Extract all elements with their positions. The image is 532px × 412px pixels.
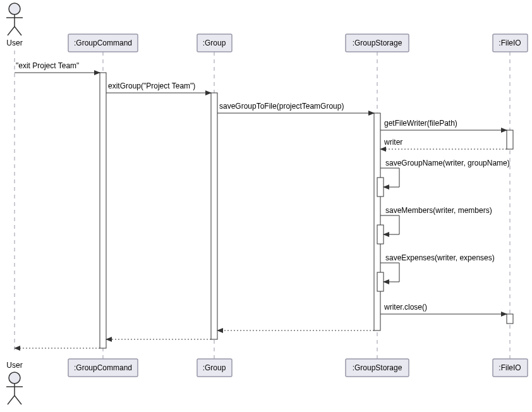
msg-getfilewriter-label: getFileWriter(filePath): [384, 119, 457, 128]
msg-exit-project-team-label: "exit Project Team": [16, 61, 79, 70]
participant-group-top: :Group: [197, 34, 232, 52]
svg-point-1: [9, 3, 20, 15]
participant-fileio-top: :FileIO: [493, 34, 528, 52]
msg-savegroupname-label: saveGroupName(writer, groupName): [385, 159, 510, 167]
msg-savemembers-label: saveMembers(writer, members): [385, 206, 492, 215]
actor-user-top-label: User: [6, 39, 22, 47]
msg-savegrouptofile-label: saveGroupToFile(projectTeamGroup): [219, 102, 344, 111]
participant-groupstorage-top: :GroupStorage: [346, 34, 409, 52]
activation-group: [211, 93, 217, 339]
participant-group-top-label: :Group: [203, 39, 226, 47]
participant-groupstorage-bottom-label: :GroupStorage: [353, 363, 402, 372]
actor-user-bottom: User: [6, 361, 23, 404]
activation-gs-self-2: [377, 225, 384, 244]
participant-group-bottom-label: :Group: [203, 363, 226, 372]
participant-groupcommand-top-label: :GroupCommand: [74, 39, 132, 47]
activation-groupstorage: [374, 113, 380, 330]
participant-groupcommand-bottom: :GroupCommand: [68, 359, 138, 377]
participant-groupcommand-top: :GroupCommand: [68, 34, 138, 52]
activation-fileio-1: [507, 130, 513, 149]
participant-group-bottom: :Group: [197, 359, 232, 377]
msg-writer-return-label: writer: [384, 138, 402, 147]
activation-gs-self-1: [377, 178, 384, 197]
actor-user-top: User: [6, 3, 23, 47]
participant-fileio-bottom-label: :FileIO: [499, 363, 521, 372]
svg-line-14: [15, 396, 21, 404]
activation-gs-self-3: [377, 272, 384, 291]
participant-fileio-top-label: :FileIO: [499, 39, 521, 47]
activation-groupcommand: [100, 73, 106, 348]
activation-fileio-2: [507, 314, 513, 324]
participant-groupcommand-bottom-label: :GroupCommand: [74, 363, 132, 372]
msg-writerclose-label: writer.close(): [384, 303, 427, 312]
svg-line-13: [8, 396, 15, 404]
msg-exitgroup-label: exitGroup("Project Team"): [108, 82, 195, 90]
svg-line-4: [8, 27, 15, 35]
actor-user-bottom-label: User: [6, 361, 22, 370]
svg-line-5: [15, 27, 21, 35]
svg-point-10: [9, 372, 20, 384]
msg-saveexpenses-label: saveExpenses(writer, expenses): [385, 253, 495, 262]
participant-fileio-bottom: :FileIO: [493, 359, 528, 377]
participant-groupstorage-top-label: :GroupStorage: [353, 39, 402, 47]
participant-groupstorage-bottom: :GroupStorage: [346, 359, 409, 377]
